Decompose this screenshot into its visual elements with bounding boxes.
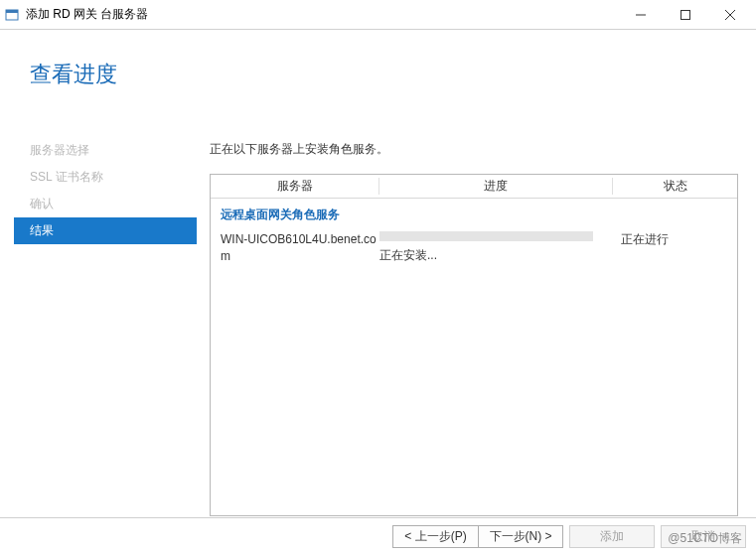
maximize-button[interactable] (663, 1, 707, 29)
page-title: 查看进度 (30, 60, 117, 89)
main-panel: 正在以下服务器上安装角色服务。 服务器 进度 状态 远程桌面网关角色服务 WIN… (210, 141, 738, 506)
cell-status: 正在进行 (613, 231, 727, 265)
sidebar-item-confirm: 确认 (14, 191, 197, 217)
cancel-button: 取消 (661, 525, 746, 548)
sidebar-item-server-select: 服务器选择 (14, 137, 197, 164)
window-controls (618, 1, 752, 29)
close-button[interactable] (707, 1, 752, 29)
install-message: 正在以下服务器上安装角色服务。 (210, 141, 738, 158)
sidebar-item-results: 结果 (14, 217, 197, 244)
svg-rect-1 (6, 10, 18, 13)
content-area: 查看进度 服务器选择 SSL 证书名称 确认 结果 正在以下服务器上安装角色服务… (0, 30, 756, 516)
sidebar: 服务器选择 SSL 证书名称 确认 结果 (14, 137, 197, 244)
col-server: 服务器 (211, 178, 379, 195)
app-icon (4, 7, 20, 23)
window-title: 添加 RD 网关 台服务器 (26, 6, 618, 23)
svg-rect-3 (680, 10, 689, 19)
nav-button-group: < 上一步(P) 下一步(N) > (392, 525, 563, 548)
col-progress: 进度 (379, 178, 613, 195)
footer: < 上一步(P) 下一步(N) > 添加 取消 (0, 517, 756, 555)
service-group-title: 远程桌面网关角色服务 (211, 199, 737, 229)
minimize-button[interactable] (618, 1, 663, 29)
sidebar-item-ssl-cert: SSL 证书名称 (14, 164, 197, 191)
table-row: WIN-UICOB610L4U.benet.com 正在安装... 正在进行 (211, 229, 737, 267)
next-button[interactable]: 下一步(N) > (478, 525, 563, 548)
add-button: 添加 (569, 525, 655, 548)
results-box: 服务器 进度 状态 远程桌面网关角色服务 WIN-UICOB610L4U.ben… (210, 174, 738, 516)
cell-server: WIN-UICOB610L4U.benet.com (221, 231, 379, 265)
progress-bar (379, 231, 593, 241)
progress-text: 正在安装... (379, 247, 613, 264)
prev-button[interactable]: < 上一步(P) (392, 525, 478, 548)
table-header: 服务器 进度 状态 (211, 175, 737, 199)
cell-progress: 正在安装... (379, 231, 613, 265)
col-status: 状态 (613, 178, 737, 195)
titlebar: 添加 RD 网关 台服务器 (0, 0, 756, 30)
